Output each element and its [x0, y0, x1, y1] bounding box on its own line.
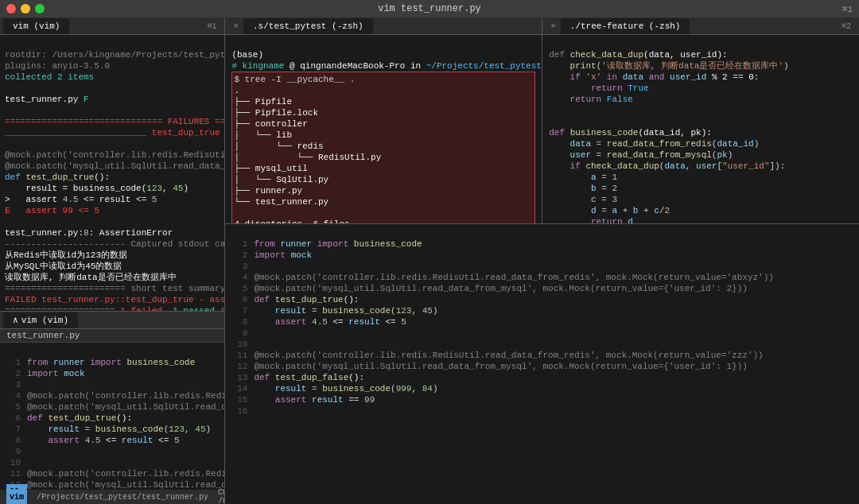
- left-bottom-tab[interactable]: ∧ vim (vim): [3, 312, 78, 328]
- vim-mode-label: -- vim --: [6, 484, 27, 505]
- left-bottom-pane: ∧ vim (vim) test_runner.py 1from runner …: [0, 312, 224, 504]
- right-top-left-close[interactable]: ×: [228, 21, 243, 31]
- traffic-light-yellow[interactable]: [21, 4, 30, 14]
- traffic-lights: [6, 4, 45, 14]
- left-top-indicator: ⌘1: [202, 21, 221, 31]
- right-bottom: 1from runner import business_code 2impor…: [225, 224, 859, 504]
- right-top-left-tab[interactable]: .s/test_pytest (-zsh): [243, 18, 373, 34]
- right-top-right: × ./tree-feature (-zsh) ⌘2 def check_dat…: [542, 17, 859, 223]
- status-cwd: CWD: /Users/kingname/Projects/test_pytes…: [218, 488, 224, 504]
- title-shortcut: ⌘1: [842, 4, 853, 14]
- traffic-light-green[interactable]: [35, 4, 45, 14]
- right-top-left-tab-label: .s/test_pytest (-zsh): [253, 21, 363, 31]
- left-bottom-tab-label: vim (vim): [21, 316, 68, 325]
- right-top-area: × .s/test_pytest (-zsh) (base) # kingnam…: [225, 17, 859, 224]
- left-top-tab-label: vim (vim): [13, 21, 60, 31]
- right-top-right-tabbar: × ./tree-feature (-zsh) ⌘2: [542, 17, 859, 35]
- left-top-tab-bar: vim (vim) ⌘1: [0, 17, 224, 35]
- left-bottom-filename: test_runner.py: [0, 329, 224, 343]
- vim-icon: ∧: [13, 315, 18, 325]
- right-top-right-tab-label: ./tree-feature (-zsh): [570, 21, 681, 31]
- left-bottom-tab-bar: ∧ vim (vim): [0, 312, 224, 329]
- left-top-tab[interactable]: vim (vim): [3, 18, 69, 34]
- left-bottom-content[interactable]: 1from runner import business_code 2impor…: [0, 343, 224, 490]
- title-bar-title: vim test_runner.py: [378, 3, 481, 14]
- right-top-left-content: (base) # kingname @ qingnandeMacBook-Pro…: [225, 35, 542, 223]
- right-top-right-close[interactable]: ×: [546, 21, 561, 31]
- main-container: vim (vim) ⌘1 rootdir: /Users/kingname/Pr…: [0, 17, 859, 504]
- right-top-right-indicator: ⌘2: [837, 21, 856, 31]
- left-top-content: rootdir: /Users/kingname/Projects/test_p…: [0, 35, 224, 311]
- right-top-right-tab[interactable]: ./tree-feature (-zsh): [561, 18, 690, 34]
- right-top-left-tabbar: × .s/test_pytest (-zsh): [225, 17, 542, 35]
- right-pane: × .s/test_pytest (-zsh) (base) # kingnam…: [225, 17, 859, 504]
- right-top-right-content: def check_data_dup(data, user_id): print…: [542, 35, 859, 223]
- left-pane: vim (vim) ⌘1 rootdir: /Users/kingname/Pr…: [0, 17, 225, 504]
- traffic-light-red[interactable]: [6, 4, 16, 14]
- title-bar: vim test_runner.py ⌘1: [0, 0, 859, 17]
- right-bottom-content[interactable]: 1from runner import business_code 2impor…: [225, 224, 859, 504]
- status-path: /Projects/test_pytest/test_runner.py: [37, 493, 208, 502]
- right-top-left: × .s/test_pytest (-zsh) (base) # kingnam…: [225, 17, 542, 223]
- left-top-pane: vim (vim) ⌘1 rootdir: /Users/kingname/Pr…: [0, 17, 224, 312]
- left-vim-status: -- vim -- /Projects/test_pytest/test_run…: [0, 490, 224, 504]
